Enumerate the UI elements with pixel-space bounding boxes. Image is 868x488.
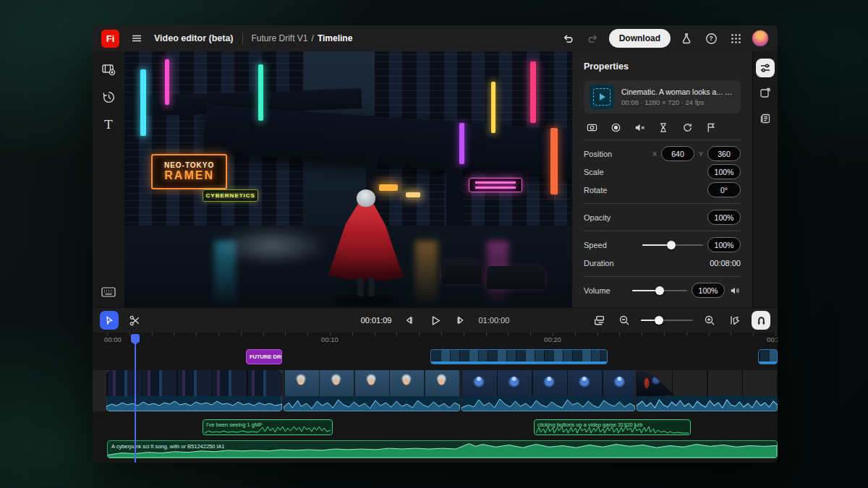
keyboard-shortcuts-icon[interactable] [101, 284, 116, 300]
app-window: Fi Video editor (beta) Future Drift V1 /… [93, 25, 778, 463]
neon-sign [258, 64, 263, 121]
video-preview[interactable]: NEO-TOKYO RAMEN CYBERNETICS [124, 51, 571, 307]
preview-canvas: NEO-TOKYO RAMEN CYBERNETICS [124, 51, 571, 307]
zoom-out-icon[interactable] [616, 312, 633, 329]
neon-sign [140, 69, 146, 136]
apps-grid-icon[interactable] [727, 30, 744, 47]
redo-icon[interactable] [584, 30, 602, 47]
next-frame-icon[interactable] [453, 312, 470, 329]
neon-sign [165, 59, 169, 106]
sfx-clip-2[interactable]: clicking buttons on a video game 31920 k… [534, 419, 691, 435]
timeline-ruler[interactable]: 00:00 00:10 00:20 00:30 [93, 333, 778, 347]
timeline-zoom-slider[interactable] [641, 316, 693, 325]
clip-action-row [585, 121, 739, 134]
hourglass-icon[interactable] [657, 121, 670, 134]
opacity-input[interactable]: 100% [707, 210, 741, 225]
tracks-panel-button[interactable] [756, 109, 775, 128]
video-clip-3[interactable] [461, 370, 635, 411]
overlay-video-clip[interactable] [758, 349, 778, 364]
playhead-line[interactable] [135, 334, 136, 463]
position-row: Position X 640 Y 360 [584, 145, 741, 163]
neon-sign [459, 123, 464, 164]
properties-tab-button[interactable] [756, 59, 775, 77]
position-y-input[interactable]: 360 [707, 146, 741, 161]
volume-input[interactable]: 100% [692, 283, 725, 298]
speed-input[interactable]: 100% [707, 237, 741, 252]
current-timecode: 00:01:09 [361, 316, 392, 325]
mask-circle-icon[interactable] [609, 121, 622, 134]
speaker-icon[interactable] [729, 285, 741, 296]
hamburger-menu-icon[interactable] [128, 30, 145, 47]
breadcrumb-project[interactable]: Future Drift V1 [252, 33, 308, 43]
cybernetics-sign: CYBERNETICS [203, 189, 258, 202]
pink-neon-sign [469, 178, 522, 192]
scale-input[interactable]: 100% [707, 164, 741, 179]
scale-row: Scale 100% [584, 163, 741, 181]
music-clip-label: A cyberpunk sci fi song, with or B512422… [111, 443, 224, 450]
duration-value: 00:08:00 [710, 259, 741, 267]
desktop-background: Fi Video editor (beta) Future Drift V1 /… [0, 0, 868, 488]
red-cape [328, 201, 404, 281]
breadcrumb-page: Timeline [318, 33, 352, 43]
volume-slider[interactable] [632, 286, 687, 295]
reframe-button[interactable] [756, 84, 775, 103]
speed-slider[interactable] [642, 241, 703, 249]
volume-label: Volume [584, 286, 610, 295]
speed-row: Speed 100% [584, 236, 741, 254]
breadcrumb-separator: / [312, 33, 314, 43]
sign-text-cybernetics: CYBERNETICS [206, 192, 255, 199]
right-toolbar [752, 51, 778, 307]
flag-icon[interactable] [705, 121, 718, 134]
overlay-video-clip[interactable] [430, 349, 608, 364]
timeline-area[interactable]: 00:00 00:10 00:20 00:30 FUTURE DRI [93, 333, 778, 463]
regenerate-icon[interactable] [681, 121, 694, 134]
selected-clip-card[interactable]: Cinematic. A woman looks a... v.ffgenvid… [584, 80, 741, 114]
top-bar: Fi Video editor (beta) Future Drift V1 /… [93, 25, 778, 51]
panel-title: Properties [584, 61, 741, 72]
magnet-snap-button[interactable] [752, 311, 770, 330]
x-axis-label: X [652, 150, 657, 158]
silver-hair [357, 189, 375, 207]
app-title: Video editor (beta) [154, 33, 234, 43]
position-label: Position [584, 150, 612, 158]
select-tool-button[interactable] [100, 311, 119, 330]
video-clip-4[interactable] [637, 370, 778, 411]
duration-row: Duration 00:08:00 [584, 254, 741, 272]
user-avatar[interactable] [752, 30, 769, 47]
breadcrumb[interactable]: Future Drift V1 / Timeline [252, 33, 353, 43]
video-clip-2[interactable] [284, 370, 460, 411]
download-button[interactable]: Download [609, 29, 671, 48]
y-axis-label: Y [699, 150, 703, 158]
beta-flask-icon[interactable] [678, 30, 695, 47]
camera-icon[interactable] [585, 121, 598, 134]
ruler-label: 00:30 [767, 335, 778, 343]
help-icon[interactable]: ? [702, 30, 720, 47]
divider [584, 231, 741, 231]
snap-playhead-icon[interactable] [726, 312, 744, 329]
neon-sign [550, 128, 558, 194]
sequence-stack-icon[interactable] [590, 312, 608, 329]
title-text-clip[interactable]: FUTURE DRI [246, 349, 282, 364]
undo-icon[interactable] [560, 30, 577, 47]
text-tool-icon[interactable]: T [101, 116, 116, 132]
history-icon[interactable] [101, 89, 116, 105]
previous-frame-icon[interactable] [401, 312, 418, 329]
video-clip-1-selected[interactable] [106, 370, 282, 411]
neon-sign [491, 82, 495, 133]
sfx-clip-1[interactable]: I've been seeing 1 gMF [203, 419, 333, 435]
total-duration: 01:00:00 [479, 316, 510, 325]
add-media-icon[interactable] [101, 61, 116, 77]
mute-audio-icon[interactable] [633, 121, 646, 134]
zoom-in-icon[interactable] [701, 312, 718, 329]
divider [242, 33, 243, 44]
clip-meta: 00:08 · 1280 × 720 · 24 fps [621, 98, 735, 106]
split-scissors-icon[interactable] [126, 312, 143, 329]
music-clip[interactable]: A cyberpunk sci fi song, with or B512422… [107, 440, 778, 458]
position-x-input[interactable]: 640 [661, 146, 694, 161]
firefly-logo[interactable]: Fi [101, 30, 119, 48]
rotate-input[interactable]: 0° [707, 182, 741, 197]
timeline-toolbar: 00:01:09 01:00:00 [93, 307, 778, 333]
clip-name: Cinematic. A woman looks a... v.ffgenvid [621, 87, 735, 96]
play-button-icon[interactable] [427, 312, 444, 329]
divider [584, 203, 741, 204]
